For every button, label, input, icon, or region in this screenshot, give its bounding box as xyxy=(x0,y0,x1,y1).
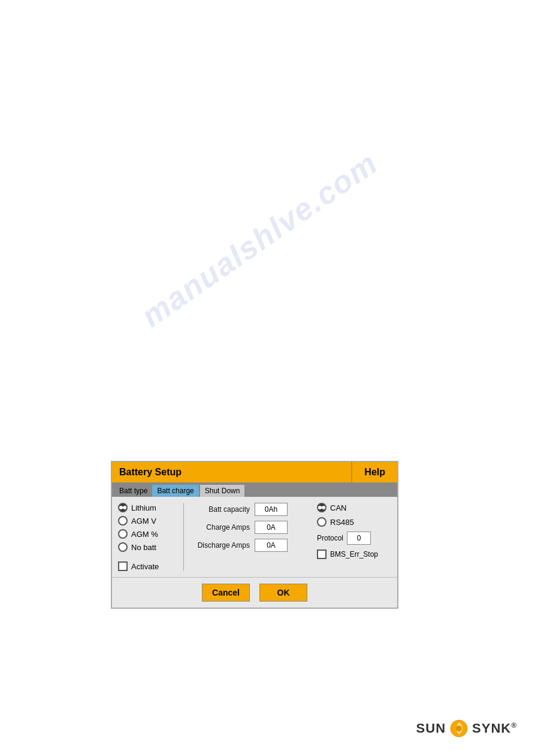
bms-err-stop-row[interactable]: BMS_Err_Stop xyxy=(317,549,391,559)
dialog-buttons: Cancel OK xyxy=(112,577,397,608)
radio-can[interactable]: CAN xyxy=(317,503,391,512)
discharge-amps-input[interactable] xyxy=(255,539,288,552)
bms-err-stop-label: BMS_Err_Stop xyxy=(330,550,378,558)
ok-button[interactable]: OK xyxy=(259,584,307,602)
fields-panel: Batt capacity Charge Amps Discharge Amps xyxy=(190,503,307,571)
watermark: manualshlve.com xyxy=(135,145,384,335)
charge-amps-label: Charge Amps xyxy=(190,523,250,532)
radio-lithium-label: Lithium xyxy=(131,503,156,512)
help-button[interactable]: Help xyxy=(351,462,397,482)
batt-type-prefix: Batt type xyxy=(116,485,151,497)
battery-type-panel: Lithium AGM V AGM % No batt Activate xyxy=(118,503,184,571)
sunsynk-logo-icon xyxy=(449,719,468,738)
charge-amps-input[interactable] xyxy=(255,521,288,534)
radio-can-label: CAN xyxy=(330,503,346,512)
sunsynk-logo: SUN SYNK® xyxy=(416,719,517,738)
radio-rs485-label: RS485 xyxy=(330,518,354,527)
radio-agm-v-circle xyxy=(118,516,128,526)
dialog-tabbar: Batt type Batt charge Shut Down xyxy=(112,482,397,497)
tab-shut-down[interactable]: Shut Down xyxy=(200,485,245,497)
protocol-input[interactable] xyxy=(347,532,371,545)
tab-batt-charge[interactable]: Batt charge xyxy=(152,485,198,497)
activate-checkbox[interactable] xyxy=(118,561,128,571)
radio-can-circle xyxy=(317,503,327,512)
radio-lithium[interactable]: Lithium xyxy=(118,503,177,512)
radio-agm-pct[interactable]: AGM % xyxy=(118,529,177,539)
radio-rs485[interactable]: RS485 xyxy=(317,517,391,527)
dialog-body: Lithium AGM V AGM % No batt Activate xyxy=(112,497,397,577)
battery-setup-dialog: Battery Setup Help Batt type Batt charge… xyxy=(111,461,398,609)
discharge-amps-label: Discharge Amps xyxy=(190,541,250,549)
batt-capacity-label: Batt capacity xyxy=(190,505,250,514)
comms-panel: CAN RS485 Protocol BMS_Err_Stop xyxy=(313,503,391,571)
activate-row[interactable]: Activate xyxy=(118,561,177,571)
radio-lithium-circle xyxy=(118,503,128,512)
protocol-row: Protocol xyxy=(317,532,391,545)
radio-no-batt[interactable]: No batt xyxy=(118,542,177,552)
radio-agm-pct-circle xyxy=(118,529,128,539)
radio-agm-pct-label: AGM % xyxy=(131,530,158,539)
sun-text: SUN xyxy=(416,721,446,736)
dialog-title: Battery Setup xyxy=(112,462,351,482)
cancel-button[interactable]: Cancel xyxy=(202,584,250,602)
dialog-titlebar: Battery Setup Help xyxy=(112,462,397,482)
radio-agm-v-label: AGM V xyxy=(131,517,156,526)
activate-label: Activate xyxy=(131,562,159,571)
radio-rs485-circle xyxy=(317,517,327,527)
synk-text: SYNK® xyxy=(472,721,517,736)
radio-agm-v[interactable]: AGM V xyxy=(118,516,177,526)
batt-capacity-row: Batt capacity xyxy=(190,503,307,516)
discharge-amps-row: Discharge Amps xyxy=(190,539,307,552)
charge-amps-row: Charge Amps xyxy=(190,521,307,534)
svg-point-1 xyxy=(456,725,462,731)
bms-err-stop-checkbox[interactable] xyxy=(317,549,327,559)
radio-no-batt-label: No batt xyxy=(131,543,156,552)
protocol-label: Protocol xyxy=(317,534,343,542)
radio-no-batt-circle xyxy=(118,542,128,552)
batt-capacity-input[interactable] xyxy=(255,503,288,516)
